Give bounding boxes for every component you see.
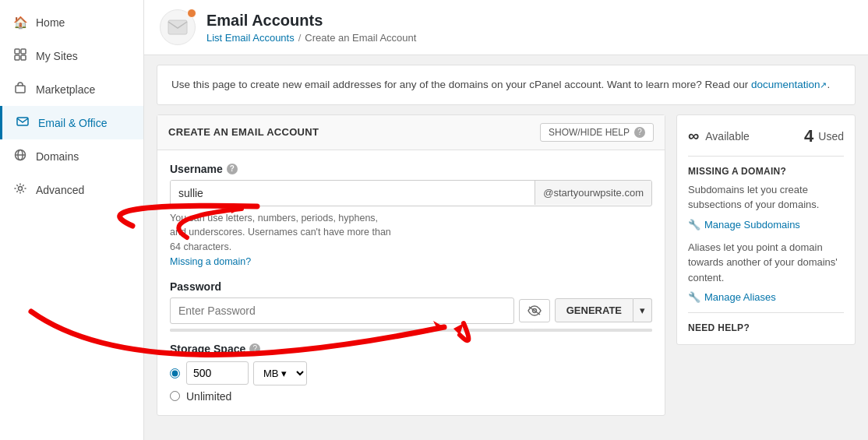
password-field-group: Password GENERATE ▾: [170, 280, 652, 332]
breadcrumb-link[interactable]: List Email Accounts: [206, 32, 295, 44]
used-count: 4: [804, 126, 813, 146]
svg-rect-1: [21, 49, 26, 54]
storage-help-icon[interactable]: ?: [249, 343, 260, 354]
info-link-suffix: .: [827, 79, 830, 90]
username-input-row: @startyourwpsite.com: [170, 180, 652, 206]
divider-2: [688, 312, 844, 313]
missing-domain-section: MISSING A DOMAIN? Subdomains let you cre…: [688, 166, 844, 304]
storage-label: Storage Space: [170, 343, 245, 355]
wrench-icon-1: 🔧: [688, 219, 700, 231]
radio-mb-row: MB ▾ GB: [170, 361, 652, 385]
sidebar-item-home[interactable]: 🏠 Home: [0, 6, 143, 39]
form-card-header: CREATE AN EMAIL ACCOUNT SHOW/HIDE HELP ?: [157, 115, 665, 150]
generate-dropdown-button[interactable]: ▾: [633, 298, 652, 322]
wrench-icon-2: 🔧: [688, 291, 700, 303]
page-title: Email Accounts: [206, 11, 416, 30]
generate-button[interactable]: GENERATE: [555, 298, 633, 322]
svg-rect-2: [15, 55, 19, 60]
username-field-group: Username ? @startyourwpsite.com You can …: [170, 163, 652, 269]
need-help-section: NEED HELP?: [688, 322, 844, 333]
email-office-icon: [15, 115, 30, 130]
unlimited-label: Unlimited: [186, 390, 231, 403]
available-item: ∞ Available: [688, 127, 750, 145]
toggle-visibility-button[interactable]: [519, 299, 550, 322]
storage-unit-select[interactable]: MB ▾ GB: [253, 361, 307, 385]
used-item: 4 Used: [804, 126, 844, 146]
available-label: Available: [705, 130, 750, 143]
sidebar-item-domains[interactable]: Domains: [0, 139, 143, 173]
svg-rect-4: [16, 86, 25, 93]
show-hide-help-button[interactable]: SHOW/HIDE HELP ?: [540, 123, 654, 142]
need-help-title: NEED HELP?: [688, 322, 844, 333]
missing-domain-link[interactable]: Missing a domain?: [170, 256, 251, 267]
content-body: CREATE AN EMAIL ACCOUNT SHOW/HIDE HELP ?…: [144, 105, 868, 440]
sidebar-item-my-sites[interactable]: My Sites: [0, 39, 143, 72]
missing-domain-title: MISSING A DOMAIN?: [688, 166, 844, 177]
manage-subdomains-link[interactable]: 🔧 Manage Subdomains: [688, 219, 844, 231]
header-icon: [160, 9, 196, 45]
home-icon: 🏠: [12, 16, 28, 30]
username-hint: You can use letters, numbers, periods, h…: [170, 211, 652, 269]
domain-badge: @startyourwpsite.com: [535, 181, 651, 205]
storage-value-input[interactable]: [186, 361, 249, 385]
svg-rect-5: [17, 118, 28, 125]
right-panel: ∞ Available 4 Used MISSING A DOMAIN? Sub…: [676, 114, 856, 431]
storage-unlimited-radio[interactable]: [170, 391, 180, 401]
username-help-icon[interactable]: ?: [227, 164, 238, 174]
svg-point-9: [19, 187, 23, 191]
availability-row: ∞ Available 4 Used: [688, 126, 844, 146]
radio-unlimited-row: Unlimited: [170, 390, 652, 403]
storage-mb-radio[interactable]: [170, 368, 180, 378]
svg-rect-0: [15, 49, 19, 54]
form-card: CREATE AN EMAIL ACCOUNT SHOW/HIDE HELP ?…: [157, 114, 665, 416]
info-text: Use this page to create new email addres…: [171, 79, 748, 90]
sidebar: 🏠 Home My Sites Marketplace Email & Offi…: [0, 0, 144, 440]
breadcrumb: List Email Accounts / Create an Email Ac…: [206, 32, 416, 44]
password-input[interactable]: [170, 297, 514, 324]
missing-domain-text: Subdomains let you create subsections of…: [688, 182, 844, 213]
password-strength-bar: [170, 329, 652, 332]
sidebar-item-email-office[interactable]: Email & Office: [0, 106, 143, 139]
storage-field-group: Storage Space ? MB ▾ GB: [170, 343, 652, 403]
used-label: Used: [818, 130, 844, 143]
sidebar-item-advanced[interactable]: Advanced: [0, 173, 143, 206]
svg-rect-10: [168, 20, 187, 34]
domains-icon: [12, 149, 28, 164]
storage-input-row: MB ▾ GB: [186, 361, 307, 385]
username-label: Username ?: [170, 163, 652, 175]
page-header: Email Accounts List Email Accounts / Cre…: [144, 0, 868, 55]
manage-aliases-link[interactable]: 🔧 Manage Aliases: [688, 291, 844, 303]
advanced-icon: [12, 182, 28, 197]
password-input-row: GENERATE ▾: [170, 297, 652, 324]
infinity-icon: ∞: [688, 127, 699, 145]
form-card-title: CREATE AN EMAIL ACCOUNT: [168, 126, 319, 138]
username-input[interactable]: [171, 181, 535, 206]
divider-1: [688, 156, 844, 157]
breadcrumb-current: Create an Email Account: [305, 32, 416, 44]
breadcrumb-separator: /: [298, 32, 302, 44]
generate-button-group: GENERATE ▾: [555, 298, 652, 322]
info-box: Use this page to create new email addres…: [157, 65, 856, 105]
main-content: Email Accounts List Email Accounts / Cre…: [144, 0, 868, 440]
sidebar-item-marketplace[interactable]: Marketplace: [0, 72, 143, 106]
form-card-body: Username ? @startyourwpsite.com You can …: [157, 150, 665, 415]
header-text: Email Accounts List Email Accounts / Cre…: [206, 11, 416, 44]
aliases-text: Aliases let you point a domain towards a…: [688, 240, 844, 286]
svg-rect-3: [21, 55, 26, 60]
password-label: Password: [170, 280, 652, 293]
marketplace-icon: [12, 82, 28, 97]
my-sites-icon: [12, 48, 28, 63]
documentation-link[interactable]: documentation: [751, 79, 820, 90]
storage-label-row: Storage Space ?: [170, 343, 652, 355]
left-panel: CREATE AN EMAIL ACCOUNT SHOW/HIDE HELP ?…: [157, 114, 665, 431]
availability-card: ∞ Available 4 Used MISSING A DOMAIN? Sub…: [676, 114, 856, 346]
header-badge: [187, 9, 196, 18]
